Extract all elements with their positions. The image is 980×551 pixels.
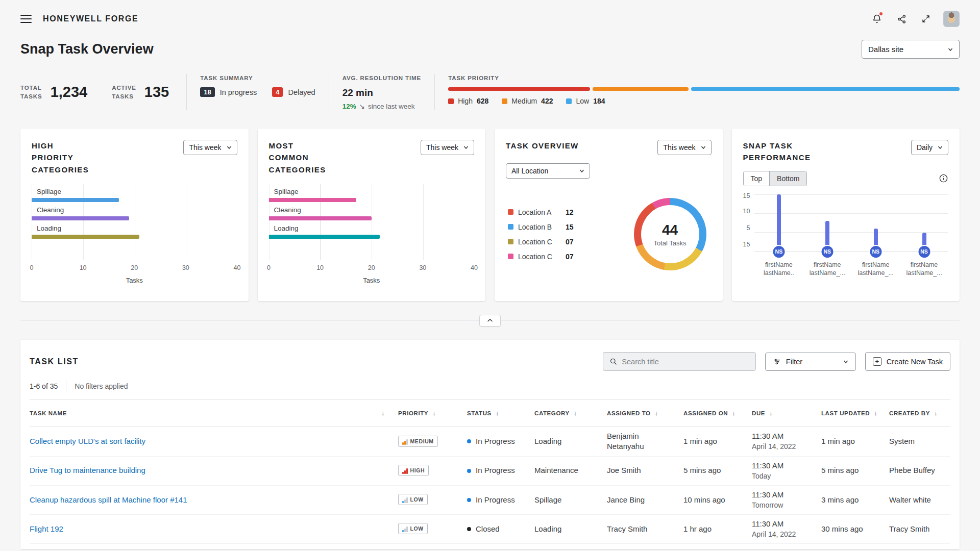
legend-swatch (566, 98, 572, 104)
priority-segment-low (691, 87, 960, 91)
search-box[interactable] (603, 352, 756, 371)
donut-total: 44 (662, 222, 678, 238)
column-header-status[interactable]: STATUS↓ (467, 409, 534, 418)
column-header-category[interactable]: CATEGORY↓ (534, 409, 607, 418)
legend-swatch (508, 209, 513, 215)
sort-icon[interactable]: ↓ (934, 409, 938, 418)
table-row[interactable]: Flight 192 LOW Closed Loading Tracy Smit… (30, 515, 950, 544)
sort-icon[interactable]: ↓ (381, 409, 385, 418)
delayed-count-badge: 4 (272, 87, 283, 97)
bar-label: Spillage (274, 188, 475, 195)
create-new-task-button[interactable]: + Create New Task (865, 352, 950, 371)
chevron-down-icon (948, 47, 953, 52)
created-by-cell: Tracy Smith (889, 520, 950, 538)
divider (434, 74, 435, 110)
expand-icon (921, 14, 930, 23)
last-updated-cell: 3 mins ago (821, 491, 889, 509)
chevron-down-icon (463, 145, 469, 150)
filter-icon (773, 358, 781, 366)
column-header-due[interactable]: DUE↓ (752, 409, 821, 418)
user-avatar-badge: NS (820, 245, 834, 259)
category-cell: Loading (534, 520, 607, 538)
period-selector[interactable]: This week (421, 140, 474, 155)
share-button[interactable] (894, 12, 909, 26)
bar-spillage (32, 198, 119, 202)
user-avatar-badge: NS (869, 245, 883, 259)
sort-icon[interactable]: ↓ (769, 409, 773, 418)
assigned-to-cell: Tracy Smith (607, 520, 683, 538)
assigned-on-cell: 10 mins ago (683, 491, 752, 509)
priority-bars-icon (402, 527, 408, 532)
priority-stacked-bar (448, 87, 960, 91)
fullscreen-button[interactable] (919, 12, 933, 26)
performer-name: firstNamelastName_... (858, 261, 894, 278)
status-text: In Progress (476, 465, 515, 475)
task-name-link[interactable]: Cleanup hazardous spill at Machine floor… (30, 495, 187, 504)
legend-swatch (508, 254, 513, 259)
performer-name: firstNamelastName.. (764, 261, 794, 278)
sort-icon[interactable]: ↓ (655, 409, 658, 418)
column-header-task-name[interactable]: TASK NAME↓ (30, 409, 398, 418)
resolution-delta: 12% (342, 103, 356, 110)
sort-icon[interactable]: ↓ (874, 409, 877, 418)
table-row[interactable]: Cleanup hazardous spill at Machine floor… (30, 486, 950, 515)
created-by-cell: Phebe Buffey (889, 461, 950, 480)
filter-button[interactable]: Filter (765, 353, 856, 371)
hamburger-menu-icon[interactable] (20, 13, 32, 25)
sort-icon[interactable]: ↓ (496, 409, 499, 418)
site-selector[interactable]: Dallas site (862, 40, 960, 59)
table-row[interactable]: Drive Tug to maintenance building HIGH I… (30, 457, 950, 486)
column-header-last-updated[interactable]: LAST UPDATED↓ (821, 409, 889, 418)
collapse-panel-button[interactable] (479, 315, 501, 327)
divider (329, 74, 329, 110)
period-selector[interactable]: Daily (911, 140, 948, 155)
trend-down-arrow-icon: ↘ (359, 102, 365, 110)
sort-icon[interactable]: ↓ (432, 409, 436, 418)
location-selector[interactable]: All Location (506, 163, 590, 179)
sort-icon[interactable]: ↓ (732, 409, 736, 418)
active-tasks-value: 135 (144, 84, 169, 101)
assigned-to-cell: Benjamin Netanyahu (607, 427, 683, 456)
last-updated-cell: 5 mins ago (821, 461, 889, 480)
task-name-link[interactable]: Flight 192 (30, 524, 63, 533)
bar-loading (269, 235, 380, 239)
column-header-assigned-to[interactable]: ASSIGNED TO↓ (607, 409, 683, 418)
performance-bar-group: NS firstNamelastName_... (851, 194, 900, 252)
notifications-button[interactable] (870, 12, 884, 26)
due-cell: 11:30 AMTomorrow (752, 486, 821, 514)
toggle-bottom-button[interactable]: Bottom (770, 171, 806, 186)
column-header-assigned-on[interactable]: ASSIGNED ON↓ (683, 409, 752, 418)
bar-cleaning (32, 216, 129, 220)
toggle-top-button[interactable]: Top (744, 171, 770, 186)
sort-icon[interactable]: ↓ (574, 409, 577, 418)
task-name-link[interactable]: Collect empty ULD's at sort facility (30, 437, 145, 445)
priority-badge: MEDIUM (398, 436, 438, 447)
donut-total-label: Total Tasks (653, 239, 686, 247)
status-text: In Progress (476, 495, 515, 505)
user-avatar[interactable] (943, 11, 960, 27)
task-summary-label: TASK SUMMARY (200, 75, 315, 81)
page-title: Snap Task Overview (20, 41, 154, 57)
table-row[interactable]: LOW 11:30 AM (30, 544, 950, 551)
chevron-down-icon (938, 145, 943, 150)
column-header-priority[interactable]: PRIORITY↓ (398, 409, 467, 418)
chevron-down-icon (701, 145, 706, 150)
bar-label: Loading (37, 224, 237, 232)
search-input[interactable] (622, 358, 749, 366)
status-dot (467, 439, 471, 443)
y-axis: 15 10 5 15 (743, 194, 755, 252)
category-cell: Spillage (534, 491, 607, 509)
info-icon[interactable] (938, 173, 948, 184)
plus-icon: + (873, 357, 881, 366)
notification-dot (879, 12, 883, 16)
performer-name: firstNamelastName_... (810, 261, 845, 278)
task-name-link[interactable]: Drive Tug to maintenance building (30, 466, 145, 474)
table-row[interactable]: Collect empty ULD's at sort facility MED… (30, 427, 950, 457)
created-by-cell: System (889, 432, 950, 450)
priority-badge: LOW (398, 494, 428, 505)
period-selector[interactable]: This week (183, 140, 237, 155)
column-header-created-by[interactable]: CREATED BY↓ (889, 409, 950, 418)
category-cell: Loading (534, 432, 607, 450)
priority-bars-icon (402, 468, 408, 474)
period-selector[interactable]: This week (657, 140, 711, 155)
